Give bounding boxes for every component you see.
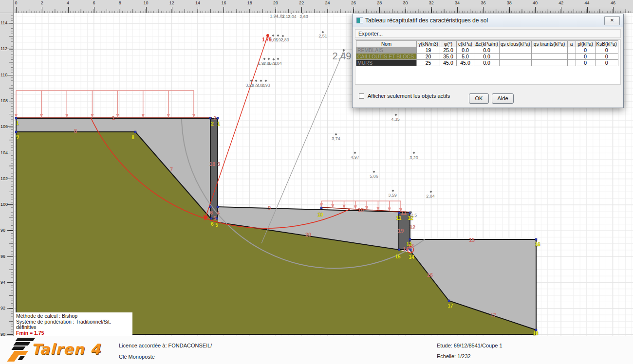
ruler-label: 102 (0, 176, 8, 181)
ruler-label: 24 (325, 0, 330, 5)
soil-value-cell[interactable]: 0.0 (474, 47, 500, 54)
soil-value-cell[interactable]: 5.0 (457, 54, 474, 60)
ruler-label: 16 (221, 0, 226, 5)
point-label: 2 (211, 121, 214, 127)
soil-table-row[interactable]: REMBLAIS1925.00.00.000 (356, 47, 618, 54)
soil-name-cell[interactable]: REMBLAIS (356, 47, 417, 54)
geometry-point-marker[interactable] (217, 117, 219, 119)
dialog-titlebar[interactable]: Tableau récapitulatif des caractéristiqu… (353, 14, 623, 27)
soil-table-panel: Nomγ(kN/m3)φ(°)c(kPa)Δc(kPa/m)qs clous(k… (355, 39, 621, 85)
soil-table-header: γ(kN/m3) (417, 41, 440, 47)
soil-value-cell[interactable]: 0.0 (474, 60, 500, 66)
geometry-point-marker[interactable] (217, 206, 219, 208)
ruler-tick (7, 127, 13, 127)
status-bar: Talren 4 Licence accordée à: FONDACONSEI… (0, 336, 633, 364)
soil-value-cell[interactable] (567, 60, 576, 66)
ruler-tick (7, 308, 13, 309)
ruler-tick (379, 7, 380, 13)
soil-name-cell[interactable]: CAILLOUTIS ET BLOCS (356, 54, 417, 60)
point-label: 8 (131, 135, 134, 140)
segment-label: 8 (74, 128, 77, 134)
soil-table-header: c(kPa) (457, 41, 474, 47)
load-1-arrowhead-icon (142, 114, 145, 118)
ruler-tick (406, 7, 406, 13)
soil-value-cell[interactable]: 19 (417, 47, 440, 54)
ruler-label: 6 (93, 0, 95, 5)
soil-value-cell[interactable] (500, 54, 532, 60)
talren-logo: Talren 4 (6, 338, 113, 363)
trial-center-point (264, 79, 267, 82)
ruler-label: 114 (0, 20, 7, 25)
menu-item-exporter[interactable]: Exporter... (358, 31, 383, 36)
geometry-point-marker[interactable] (210, 218, 212, 219)
geometry-point-marker[interactable] (535, 238, 537, 240)
point-label: 16 (535, 242, 540, 247)
geometry-point-marker[interactable] (15, 131, 17, 133)
soil-value-cell[interactable] (500, 47, 532, 54)
ok-button[interactable]: OK (469, 93, 489, 104)
soil-value-cell[interactable]: 0 (595, 54, 618, 60)
ruler-label: 40 (533, 0, 538, 5)
ruler-tick (535, 7, 536, 13)
soil-value-cell[interactable]: 25 (417, 60, 440, 66)
geometry-point-marker[interactable] (398, 212, 400, 214)
soil-table-row[interactable]: MURS2545.045.00.000 (356, 60, 618, 66)
geometry-point-marker[interactable] (209, 206, 211, 208)
soil-value-cell[interactable] (567, 54, 576, 60)
point-label: 5 (215, 222, 218, 228)
geometry-point-marker[interactable] (209, 117, 211, 119)
wall-1[interactable] (210, 118, 218, 219)
ruler-label: 2 (41, 0, 43, 5)
soil-value-cell[interactable]: 0 (576, 60, 595, 66)
ruler-label: 112 (0, 46, 7, 51)
ruler-label: 44 (585, 0, 590, 5)
geometry-point-marker[interactable] (320, 207, 322, 209)
fmin-value: Fmin = 1.75 (16, 330, 130, 336)
ruler-corner (0, 0, 14, 13)
soil-value-cell[interactable]: 0 (595, 47, 618, 54)
ruler-tick (354, 7, 354, 13)
active-objects-checkbox[interactable] (359, 93, 364, 99)
geometry-point-marker[interactable] (134, 131, 136, 133)
soil-value-cell[interactable]: 0.0 (457, 47, 474, 54)
soil-value-cell[interactable]: 0.0 (474, 54, 500, 60)
soil-value-cell[interactable] (531, 54, 567, 60)
soil-name-cell[interactable]: MURS (356, 60, 417, 66)
geometry-point-marker[interactable] (409, 238, 411, 240)
soil-value-cell[interactable] (531, 47, 567, 54)
soil-value-cell[interactable]: 45.0 (440, 60, 457, 66)
ruler-tick (94, 7, 94, 13)
geometry-point-marker[interactable] (448, 300, 450, 302)
soil-value-cell[interactable]: 0 (576, 54, 595, 60)
segment-label: 18 (209, 161, 215, 167)
soil-value-cell[interactable]: 25.0 (440, 47, 457, 54)
soil-table-header: φ(°) (440, 41, 457, 47)
ruler-tick (7, 334, 13, 335)
geometry-point-marker[interactable] (398, 249, 400, 251)
logo-bar-icon (12, 346, 26, 350)
help-button[interactable]: Aide (492, 93, 514, 104)
soil-value-cell[interactable] (500, 60, 532, 66)
soil-value-cell[interactable] (531, 60, 567, 66)
trial-center-point (277, 57, 279, 60)
soil-value-cell[interactable]: 0 (595, 60, 618, 66)
soil-value-cell[interactable]: 45.0 (457, 60, 474, 66)
soil-value-cell[interactable] (567, 47, 576, 54)
soil-value-cell[interactable]: 20 (417, 54, 440, 60)
segment-label: 16 (427, 272, 433, 278)
trial-center-value: 2,04 (273, 61, 282, 66)
load-2-arrowhead-icon (331, 204, 334, 208)
soil-value-cell[interactable]: 35.0 (440, 54, 457, 60)
trial-center-value: 2,04 (288, 14, 297, 19)
soil-table: Nomγ(kN/m3)φ(°)c(kPa)Δc(kPa/m)qs clous(k… (356, 40, 618, 66)
trial-center-value: 2,83 (280, 37, 289, 42)
scale-text: Echelle: 1/232 (437, 353, 471, 359)
trial-center-point (391, 189, 394, 192)
soil-table-row[interactable]: CAILLOUTIS ET BLOCS2035.05.00.000 (356, 54, 618, 60)
close-icon[interactable]: ✕ (604, 16, 620, 25)
geometry-point-marker[interactable] (15, 117, 17, 119)
segment-label: 15 (469, 237, 475, 243)
soil-value-cell[interactable]: 0 (576, 47, 595, 54)
ruler-label: 94 (0, 280, 5, 285)
geometry-point-marker[interactable] (410, 249, 411, 251)
